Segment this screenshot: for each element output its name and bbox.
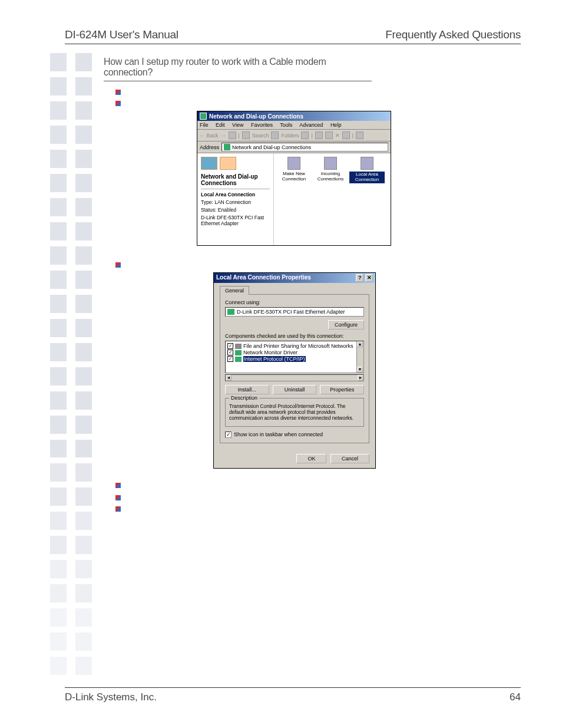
fwd-icon[interactable]: →: [221, 133, 226, 139]
bullet-1: [104, 87, 521, 95]
window-left-pane: Network and Dial-up Connections Local Ar…: [197, 153, 274, 245]
bullet-icon: [115, 101, 121, 106]
bullet-5: [104, 504, 521, 512]
bullet-2: [104, 98, 521, 106]
divider: |: [311, 133, 312, 139]
scroll-left-icon[interactable]: ◄: [226, 375, 232, 381]
menu-edit[interactable]: Edit: [216, 122, 225, 128]
info-adapter: D-Link DFE-530TX PCI Fast Ethernet Adapt…: [201, 215, 270, 226]
divider: |: [352, 133, 353, 139]
close-button[interactable]: ✕: [365, 274, 373, 282]
scroll-right-icon[interactable]: ►: [358, 375, 363, 381]
comp-item[interactable]: File and Printer Sharing for Microsoft N…: [243, 343, 353, 349]
checkbox-icon[interactable]: ✓: [225, 431, 232, 438]
conn-label: Make New Connection: [276, 172, 312, 182]
address-bar: Address Network and Dial-up Connections: [197, 141, 391, 153]
uninstall-button[interactable]: Uninstall: [273, 385, 317, 394]
info-heading: Local Area Connection: [201, 192, 270, 197]
adapter-box: D-Link DFE-530TX PCI Fast Ethernet Adapt…: [225, 307, 364, 317]
window-body: Network and Dial-up Connections Local Ar…: [197, 153, 391, 245]
checkbox-icon[interactable]: ✓: [227, 343, 233, 349]
info-type: Type: LAN Connection: [201, 199, 270, 205]
dialog-lan-properties: Local Area Connection Properties ? ✕ Gen…: [213, 272, 376, 469]
connection-icon: [287, 157, 300, 170]
bullet-mid-a: [104, 480, 521, 488]
description-label: Description: [229, 395, 259, 401]
delete-icon[interactable]: ✕: [335, 133, 340, 139]
footer-right: 64: [510, 691, 521, 703]
search-icon[interactable]: [242, 131, 250, 139]
components-list[interactable]: ✓File and Printer Sharing for Microsoft …: [225, 341, 364, 373]
divider: |: [239, 133, 240, 139]
header-left: DI-624M User's Manual: [65, 28, 178, 41]
toolbar: ← Back → | Search Folders | ✕ |: [197, 130, 391, 141]
up-icon[interactable]: [229, 131, 236, 139]
description-box: Description Transmission Control Protoco…: [225, 398, 364, 427]
menu-tools[interactable]: Tools: [280, 122, 292, 128]
window-right-pane: Make New Connection Incoming Connections…: [274, 153, 391, 245]
menu-advanced[interactable]: Advanced: [299, 122, 323, 128]
show-icon-checkbox[interactable]: ✓ Show icon in taskbar when connected: [225, 431, 364, 438]
service-icon: [235, 344, 242, 349]
dialog-title-text: Local Area Connection Properties: [216, 274, 311, 282]
address-value: Network and Dial-up Connections: [232, 144, 311, 150]
conn-make-new[interactable]: Make New Connection: [276, 157, 312, 182]
connect-using-label: Connect using:: [225, 299, 364, 305]
page-header: DI-624M User's Manual Frequently Asked Q…: [65, 28, 521, 44]
views-icon[interactable]: [356, 131, 363, 139]
menu-view[interactable]: View: [232, 122, 243, 128]
properties-button[interactable]: Properties: [320, 385, 364, 394]
folder-icon: [201, 157, 217, 170]
content-area: How can I setup my router to work with a…: [104, 53, 521, 515]
checkbox-icon[interactable]: ✓: [227, 350, 233, 355]
move-icon[interactable]: [315, 131, 323, 139]
footer-left: D-Link Systems, Inc.: [65, 691, 157, 703]
header-right: Frequently Asked Questions: [385, 28, 521, 41]
bullet-icon: [115, 483, 121, 488]
window-title-text: Network and Dial-up Connections: [209, 113, 303, 120]
tab-general[interactable]: General: [220, 286, 249, 295]
menubar[interactable]: File Edit View Favorites Tools Advanced …: [197, 121, 391, 130]
decor-column-a: [50, 53, 67, 675]
comp-item-selected[interactable]: Internet Protocol (TCP/IP): [243, 356, 306, 362]
menu-favorites[interactable]: Favorites: [251, 122, 273, 128]
scrollbar[interactable]: ▲ ▼: [356, 341, 363, 373]
scroll-down-icon[interactable]: ▼: [357, 367, 363, 373]
ok-button[interactable]: OK: [296, 454, 326, 463]
window-titlebar: Network and Dial-up Connections: [197, 111, 391, 121]
undo-icon[interactable]: [342, 131, 350, 139]
info-status: Status: Enabled: [201, 207, 270, 213]
menu-file[interactable]: File: [200, 122, 209, 128]
configure-button[interactable]: Configure: [328, 320, 364, 330]
tab-panel: Connect using: D-Link DFE-530TX PCI Fast…: [220, 294, 369, 443]
menu-help[interactable]: Help: [330, 122, 342, 128]
connection-icon: [324, 157, 337, 170]
folder-icon: [220, 157, 236, 170]
nic-icon: [227, 309, 234, 315]
install-button[interactable]: Install...: [225, 385, 269, 394]
dialog-titlebar: Local Area Connection Properties ? ✕: [214, 273, 375, 283]
comp-item[interactable]: Network Monitor Driver: [243, 350, 297, 355]
conn-label: Incoming Connections: [313, 172, 348, 182]
address-box[interactable]: Network and Dial-up Connections: [222, 143, 388, 151]
conn-label: Local Area Connection: [349, 172, 385, 183]
protocol-icon: [235, 350, 242, 355]
bullet-icon: [115, 495, 121, 500]
copy-icon[interactable]: [325, 131, 333, 139]
decor-column-b: [75, 53, 92, 675]
back-label[interactable]: ← Back: [200, 133, 219, 139]
page-footer: D-Link Systems, Inc. 64: [65, 687, 521, 703]
help-button[interactable]: ?: [356, 274, 363, 282]
checkbox-icon[interactable]: ✓: [227, 356, 233, 362]
pane-title: Network and Dial-up Connections: [201, 173, 270, 186]
hscrollbar[interactable]: ◄ ►: [225, 374, 364, 381]
adapter-name: D-Link DFE-530TX PCI Fast Ethernet Adapt…: [237, 309, 345, 315]
cancel-button[interactable]: Cancel: [330, 454, 369, 463]
folders-icon[interactable]: [271, 131, 279, 139]
conn-local-area[interactable]: Local Area Connection: [349, 157, 385, 183]
history-icon[interactable]: [301, 131, 309, 139]
address-icon: [224, 144, 230, 150]
scroll-up-icon[interactable]: ▲: [357, 341, 363, 347]
conn-incoming[interactable]: Incoming Connections: [313, 157, 348, 182]
bullet-icon: [115, 262, 121, 268]
